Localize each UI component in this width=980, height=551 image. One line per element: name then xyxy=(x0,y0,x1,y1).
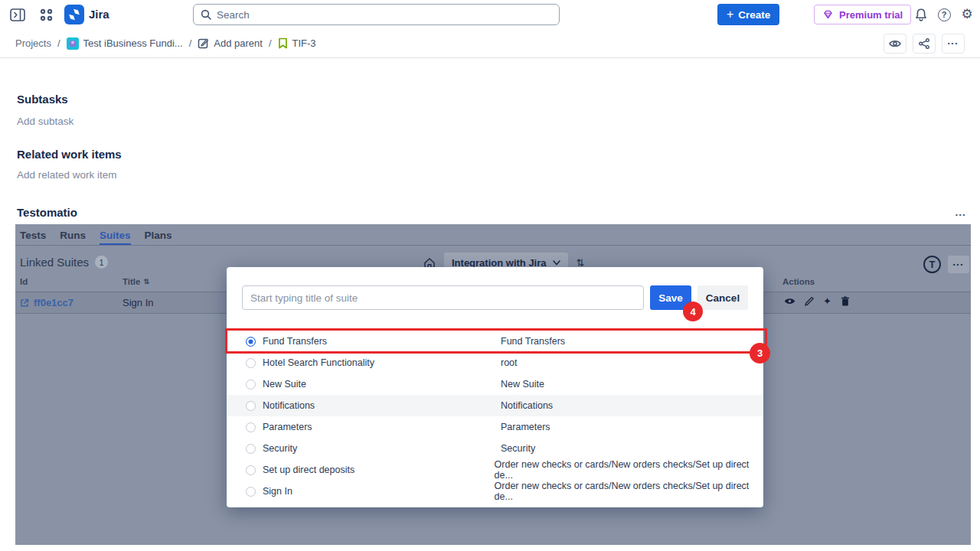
tab-plans[interactable]: Plans xyxy=(145,230,172,245)
suite-option-sign-in[interactable]: Sign In Order new checks or cards/New or… xyxy=(227,481,763,502)
breadcrumb-separator: / xyxy=(57,37,60,49)
app-switcher-icon[interactable] xyxy=(38,8,54,21)
ai-sparkles-icon[interactable]: ✦ xyxy=(823,296,831,306)
radio-unselected[interactable] xyxy=(246,465,256,475)
breadcrumb-issue[interactable]: TIF-3 xyxy=(278,37,316,49)
testomatio-logo: T xyxy=(923,256,941,273)
cancel-button[interactable]: Cancel xyxy=(697,285,748,310)
breadcrumb-projects[interactable]: Projects xyxy=(15,37,51,49)
tab-runs[interactable]: Runs xyxy=(60,230,86,245)
testomatio-heading: Testomatio xyxy=(17,206,77,219)
bookmark-icon xyxy=(278,37,288,49)
suite-options-list: Fund Transfers Fund Transfers Hotel Sear… xyxy=(227,331,763,507)
chevron-down-icon xyxy=(553,260,560,266)
edit-icon xyxy=(198,37,209,49)
add-parent-button[interactable]: Add parent xyxy=(198,37,263,49)
edit-pencil-icon[interactable] xyxy=(805,297,814,306)
column-title[interactable]: Title ⇅ xyxy=(122,277,149,286)
suite-option-notifications[interactable]: Notifications Notifications xyxy=(227,395,763,416)
premium-trial-button[interactable]: Premium trial xyxy=(814,5,911,24)
radio-selected[interactable] xyxy=(246,337,256,347)
suite-title-cell: Sign In xyxy=(122,297,153,308)
global-search[interactable] xyxy=(193,4,560,25)
sidebar-toggle-icon[interactable] xyxy=(9,8,26,21)
more-actions-button[interactable]: ••• xyxy=(942,34,965,54)
breadcrumb: Projects / Test iBusiness Fundi... / Add… xyxy=(0,29,980,58)
suite-option-new-suite[interactable]: New Suite New Suite xyxy=(227,373,763,395)
annotation-step-3-badge: 3 xyxy=(750,343,770,364)
more-icon: ••• xyxy=(948,40,959,47)
app-title: Jira xyxy=(89,8,109,21)
radio-unselected[interactable] xyxy=(246,422,256,432)
tab-tests[interactable]: Tests xyxy=(20,230,46,245)
project-avatar xyxy=(67,37,79,50)
top-navigation-bar: Jira + Create Premium trial ? ⚙ xyxy=(0,0,980,29)
suite-option-parameters[interactable]: Parameters Parameters xyxy=(227,416,763,438)
create-button[interactable]: + Create xyxy=(717,4,779,25)
radio-unselected[interactable] xyxy=(246,380,256,390)
testomatio-more-button[interactable]: ••• xyxy=(956,206,966,220)
watch-eye-button[interactable] xyxy=(884,34,906,54)
external-link-icon xyxy=(20,298,29,308)
suite-option-direct-deposits[interactable]: Set up direct deposits Order new checks … xyxy=(227,459,763,481)
breadcrumb-separator: / xyxy=(269,37,272,49)
plus-icon: + xyxy=(727,8,733,21)
suite-option-hotel-search[interactable]: Hotel Search Functionality root xyxy=(227,352,763,373)
column-sort-icon: ⇅ xyxy=(143,278,149,285)
radio-unselected[interactable] xyxy=(246,444,256,454)
more-icon: ••• xyxy=(953,261,964,268)
help-icon[interactable]: ? xyxy=(936,6,952,23)
search-input[interactable] xyxy=(217,9,552,21)
suite-title-input[interactable] xyxy=(242,285,644,310)
related-items-heading: Related work items xyxy=(17,148,122,161)
gem-icon xyxy=(822,9,834,20)
more-icon: ••• xyxy=(956,211,966,218)
radio-unselected[interactable] xyxy=(246,358,256,368)
radio-unselected[interactable] xyxy=(246,401,256,411)
widget-tabs: Tests Runs Suites Plans xyxy=(15,224,971,246)
widget-more-button[interactable]: ••• xyxy=(948,256,969,273)
column-id: Id xyxy=(20,277,28,286)
breadcrumb-project[interactable]: Test iBusiness Fundi... xyxy=(67,37,183,50)
linked-suites-count-badge: 1 xyxy=(95,256,108,269)
modal-header: Save Cancel xyxy=(227,267,763,310)
linked-suites-heading: Linked Suites 1 xyxy=(20,256,108,269)
subtasks-heading: Subtasks xyxy=(17,93,68,106)
column-actions: Actions xyxy=(782,277,815,286)
suite-option-security[interactable]: Security Security xyxy=(227,438,763,459)
suite-option-fund-transfers[interactable]: Fund Transfers Fund Transfers xyxy=(227,331,763,352)
annotation-step-4-badge: 4 xyxy=(683,302,703,321)
widget-corner: T ••• xyxy=(923,256,969,273)
row-actions: ✦ xyxy=(784,296,850,306)
link-suite-modal: Save Cancel Fund Transfers Fund Transfer… xyxy=(227,267,763,507)
tab-suites[interactable]: Suites xyxy=(100,230,131,245)
radio-unselected[interactable] xyxy=(246,487,256,497)
breadcrumb-separator: / xyxy=(189,37,192,49)
jira-logo[interactable] xyxy=(64,5,84,24)
notifications-bell-icon[interactable] xyxy=(913,6,929,23)
share-button[interactable] xyxy=(913,34,936,54)
add-subtask-link[interactable]: Add subtask xyxy=(17,116,74,127)
search-icon xyxy=(201,9,211,20)
delete-trash-icon[interactable] xyxy=(841,296,850,306)
add-related-link[interactable]: Add related work item xyxy=(17,169,117,181)
suite-option-partial[interactable] xyxy=(227,502,763,507)
settings-gear-icon[interactable]: ⚙ xyxy=(959,5,975,22)
view-eye-icon[interactable] xyxy=(784,297,795,305)
suite-id-link[interactable]: ff0e1cc7 xyxy=(20,297,74,308)
